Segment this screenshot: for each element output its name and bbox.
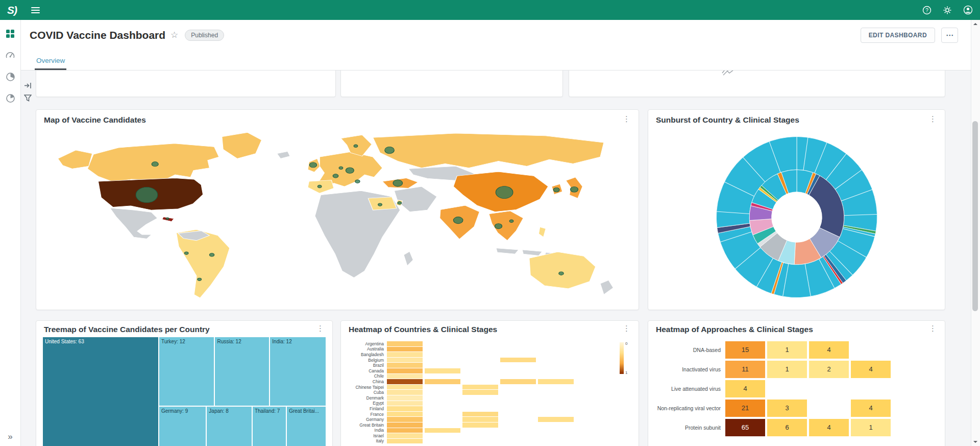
heatmap-cell[interactable] <box>425 347 460 352</box>
heatmap-cell[interactable] <box>462 363 498 368</box>
heatmap-cell[interactable] <box>500 395 536 401</box>
user-avatar-icon[interactable] <box>963 5 973 15</box>
heatmap-cell[interactable] <box>500 417 536 422</box>
heatmap-cell[interactable] <box>576 374 611 379</box>
heatmap-cell[interactable]: 4 <box>725 380 765 397</box>
filter-funnel-icon[interactable] <box>24 95 32 104</box>
chart-kebab-menu-icon[interactable]: ⋮ <box>313 325 327 332</box>
heatmap-cell[interactable] <box>538 439 574 444</box>
heatmap-cell[interactable] <box>462 395 498 401</box>
heatmap-cell[interactable] <box>387 368 423 373</box>
heatmap-cell[interactable] <box>500 347 536 352</box>
heatmap-cell[interactable]: 4 <box>851 400 891 417</box>
heatmap-cell[interactable] <box>462 352 498 357</box>
scroll-down-arrow-icon[interactable] <box>973 441 977 443</box>
heatmap-cell[interactable] <box>425 428 460 433</box>
heatmap-cell[interactable] <box>462 439 498 444</box>
heatmap-cell[interactable] <box>500 401 536 406</box>
heatmap-cell[interactable] <box>538 385 574 390</box>
heatmap-cell[interactable] <box>893 361 933 378</box>
treemap-node[interactable]: Russia: 12 <box>214 337 270 406</box>
heatmap-cell[interactable] <box>387 422 423 428</box>
heatmap-cell[interactable] <box>576 363 611 368</box>
heatmap-cell[interactable] <box>500 439 536 444</box>
heatmap-cell[interactable] <box>387 406 423 411</box>
heatmap-cell[interactable] <box>387 395 423 401</box>
treemap-node[interactable]: Turkey: 12 <box>159 337 215 406</box>
heatmap-cell[interactable] <box>576 422 611 428</box>
heatmap-cell[interactable] <box>425 406 460 411</box>
heatmap-approaches-chart[interactable]: DNA-based1514Inactivated virus11124Live … <box>650 341 943 446</box>
heatmap-cell[interactable] <box>462 428 498 433</box>
heatmap-cell[interactable] <box>387 379 423 384</box>
treemap-node[interactable]: India: 12 <box>270 337 326 406</box>
heatmap-cell[interactable] <box>387 374 423 379</box>
heatmap-cell[interactable] <box>538 347 574 352</box>
heatmap-cell[interactable] <box>500 412 536 417</box>
help-icon[interactable]: ? <box>922 5 932 15</box>
heatmap-cell[interactable] <box>576 406 611 411</box>
heatmap-cell[interactable] <box>500 358 536 363</box>
heatmap-cell[interactable]: 21 <box>725 400 765 417</box>
heatmap-cell[interactable] <box>538 412 574 417</box>
heatmap-cell[interactable] <box>425 341 460 346</box>
heatmap-cell[interactable]: 4 <box>809 419 849 436</box>
heatmap-cell[interactable] <box>387 412 423 417</box>
heatmap-cell[interactable] <box>576 347 611 352</box>
heatmap-cell[interactable] <box>538 374 574 379</box>
heatmap-cell[interactable] <box>576 352 611 357</box>
heatmap-cell[interactable] <box>809 400 849 417</box>
heatmap-cell[interactable] <box>425 395 460 401</box>
heatmap-cell[interactable] <box>387 358 423 363</box>
pie-chart-icon[interactable] <box>5 92 16 104</box>
heatmap-cell[interactable] <box>576 417 611 422</box>
settings-gear-icon[interactable] <box>942 5 952 15</box>
menu-icon[interactable] <box>29 4 42 17</box>
heatmap-cell[interactable] <box>576 379 611 384</box>
heatmap-cell[interactable] <box>387 352 423 357</box>
heatmap-cell[interactable] <box>387 347 423 352</box>
sidebar-expand-button[interactable]: » <box>0 432 20 442</box>
heatmap-cell[interactable] <box>387 341 423 346</box>
heatmap-cell[interactable]: 3 <box>767 400 807 417</box>
heatmap-cell[interactable] <box>538 406 574 411</box>
heatmap-cell[interactable] <box>387 363 423 368</box>
heatmap-cell[interactable]: 15 <box>725 341 765 359</box>
sunburst-chart[interactable] <box>653 128 940 306</box>
heatmap-cell[interactable] <box>576 385 611 390</box>
heatmap-cell[interactable] <box>538 352 574 357</box>
heatmap-cell[interactable] <box>425 433 460 438</box>
heatmap-cell[interactable] <box>576 412 611 417</box>
heatmap-cell[interactable] <box>462 385 498 390</box>
heatmap-cell[interactable] <box>538 368 574 373</box>
heatmap-cell[interactable] <box>538 363 574 368</box>
tab-overview[interactable]: Overview <box>35 57 66 70</box>
scroll-up-arrow-icon[interactable] <box>973 23 977 25</box>
heatmap-cell[interactable] <box>809 380 849 397</box>
pie-chart-icon[interactable] <box>5 71 16 82</box>
heatmap-cell[interactable] <box>576 439 611 444</box>
heatmap-cell[interactable] <box>500 341 536 346</box>
chart-kebab-menu-icon[interactable]: ⋮ <box>620 325 633 332</box>
heatmap-cell[interactable] <box>425 439 460 444</box>
chart-kebab-menu-icon[interactable]: ⋮ <box>620 115 633 123</box>
heatmap-cell[interactable] <box>500 379 536 384</box>
heatmap-cell[interactable] <box>576 433 611 438</box>
heatmap-cell[interactable] <box>500 352 536 357</box>
heatmap-cell[interactable] <box>538 422 574 428</box>
heatmap-cell[interactable] <box>387 417 423 422</box>
heatmap-cell[interactable] <box>500 406 536 411</box>
heatmap-cell[interactable] <box>576 390 611 395</box>
heatmap-cell[interactable]: 4 <box>809 341 849 359</box>
map-chart[interactable] <box>41 128 633 306</box>
heatmap-cell[interactable] <box>576 428 611 433</box>
heatmap-cell[interactable]: 1 <box>767 361 807 378</box>
heatmap-countries-chart[interactable]: ArgentinaAustraliaBangladeshBelgiumBrazi… <box>343 341 636 446</box>
heatmap-cell[interactable] <box>893 419 933 436</box>
heatmap-cell[interactable] <box>538 428 574 433</box>
heatmap-cell[interactable] <box>576 395 611 401</box>
heatmap-cell[interactable] <box>387 385 423 390</box>
heatmap-cell[interactable] <box>462 347 498 352</box>
heatmap-cell[interactable] <box>425 385 460 390</box>
heatmap-cell[interactable] <box>576 358 611 363</box>
